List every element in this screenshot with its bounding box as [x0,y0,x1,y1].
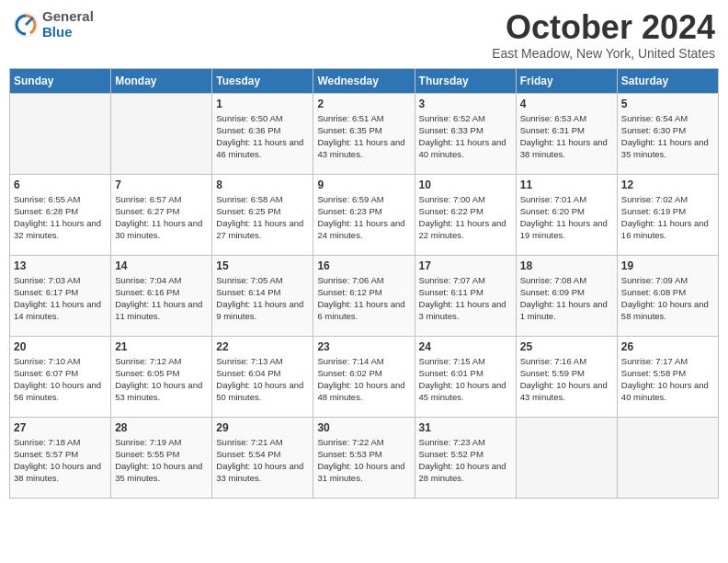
day-info: Sunrise: 7:17 AM Sunset: 5:58 PM Dayligh… [621,355,714,404]
day-number: 11 [520,178,613,191]
calendar-cell: 27Sunrise: 7:18 AM Sunset: 5:57 PM Dayli… [10,417,111,498]
day-number: 4 [520,98,613,110]
page-header: General Blue October 2024 East Meadow, N… [9,9,719,61]
weekday-header-wednesday: Wednesday [313,68,415,93]
day-info: Sunrise: 7:16 AM Sunset: 5:59 PM Dayligh… [520,355,613,404]
calendar-cell: 5Sunrise: 6:54 AM Sunset: 6:30 PM Daylig… [617,93,718,174]
calendar-cell: 22Sunrise: 7:13 AM Sunset: 6:04 PM Dayli… [212,336,313,417]
day-number: 31 [419,421,512,434]
calendar-cell [111,93,212,174]
day-number: 23 [317,340,410,353]
calendar-cell: 21Sunrise: 7:12 AM Sunset: 6:05 PM Dayli… [111,336,212,417]
day-number: 17 [419,259,512,272]
day-info: Sunrise: 7:12 AM Sunset: 6:05 PM Dayligh… [115,355,208,404]
weekday-header-thursday: Thursday [415,68,516,93]
weekday-header-saturday: Saturday [617,68,718,93]
day-number: 30 [317,421,410,434]
day-number: 5 [621,98,714,110]
day-number: 26 [621,340,714,353]
day-number: 14 [115,259,208,272]
day-number: 7 [115,178,208,191]
calendar-cell: 1Sunrise: 6:50 AM Sunset: 6:36 PM Daylig… [212,93,313,174]
day-number: 9 [317,178,410,191]
day-info: Sunrise: 7:18 AM Sunset: 5:57 PM Dayligh… [14,436,107,485]
calendar-cell: 8Sunrise: 6:58 AM Sunset: 6:25 PM Daylig… [212,174,313,255]
title-block: October 2024 East Meadow, New York, Unit… [492,9,715,61]
day-info: Sunrise: 7:15 AM Sunset: 6:01 PM Dayligh… [419,355,512,404]
day-number: 28 [115,421,208,434]
day-number: 8 [216,178,309,191]
calendar-cell: 4Sunrise: 6:53 AM Sunset: 6:31 PM Daylig… [516,93,617,174]
weekday-header-sunday: Sunday [10,68,111,93]
calendar-cell: 11Sunrise: 7:01 AM Sunset: 6:20 PM Dayli… [516,174,617,255]
calendar-cell: 15Sunrise: 7:05 AM Sunset: 6:14 PM Dayli… [212,255,313,336]
weekday-header-friday: Friday [516,68,617,93]
week-row-5: 27Sunrise: 7:18 AM Sunset: 5:57 PM Dayli… [10,417,719,498]
month-title: October 2024 [492,9,715,46]
weekday-header-tuesday: Tuesday [212,68,313,93]
day-number: 12 [621,178,714,191]
week-row-4: 20Sunrise: 7:10 AM Sunset: 6:07 PM Dayli… [10,336,719,417]
day-number: 22 [216,340,309,353]
day-info: Sunrise: 7:00 AM Sunset: 6:22 PM Dayligh… [419,193,512,242]
logo-text: General Blue [42,9,94,40]
day-number: 18 [520,259,613,272]
day-info: Sunrise: 7:01 AM Sunset: 6:20 PM Dayligh… [520,193,613,242]
day-number: 15 [216,259,309,272]
calendar-cell: 20Sunrise: 7:10 AM Sunset: 6:07 PM Dayli… [10,336,111,417]
calendar-cell: 19Sunrise: 7:09 AM Sunset: 6:08 PM Dayli… [617,255,718,336]
day-info: Sunrise: 6:54 AM Sunset: 6:30 PM Dayligh… [621,112,714,161]
day-number: 3 [419,98,512,110]
calendar-cell: 29Sunrise: 7:21 AM Sunset: 5:54 PM Dayli… [212,417,313,498]
day-info: Sunrise: 6:57 AM Sunset: 6:27 PM Dayligh… [115,193,208,242]
weekday-header-monday: Monday [111,68,212,93]
calendar-cell: 9Sunrise: 6:59 AM Sunset: 6:23 PM Daylig… [313,174,415,255]
day-number: 24 [419,340,512,353]
day-number: 1 [216,98,309,110]
day-info: Sunrise: 7:05 AM Sunset: 6:14 PM Dayligh… [216,274,309,323]
day-info: Sunrise: 6:50 AM Sunset: 6:36 PM Dayligh… [216,112,309,161]
day-info: Sunrise: 7:21 AM Sunset: 5:54 PM Dayligh… [216,436,309,485]
calendar-cell: 31Sunrise: 7:23 AM Sunset: 5:52 PM Dayli… [415,417,516,498]
location: East Meadow, New York, United States [492,46,715,61]
day-number: 20 [14,340,107,353]
day-info: Sunrise: 6:53 AM Sunset: 6:31 PM Dayligh… [520,112,613,161]
day-info: Sunrise: 6:55 AM Sunset: 6:28 PM Dayligh… [14,193,107,242]
day-number: 10 [419,178,512,191]
calendar-cell: 18Sunrise: 7:08 AM Sunset: 6:09 PM Dayli… [516,255,617,336]
calendar-cell: 2Sunrise: 6:51 AM Sunset: 6:35 PM Daylig… [313,93,415,174]
day-info: Sunrise: 7:08 AM Sunset: 6:09 PM Dayligh… [520,274,613,323]
day-info: Sunrise: 7:10 AM Sunset: 6:07 PM Dayligh… [14,355,107,404]
calendar-cell: 25Sunrise: 7:16 AM Sunset: 5:59 PM Dayli… [516,336,617,417]
day-info: Sunrise: 7:09 AM Sunset: 6:08 PM Dayligh… [621,274,714,323]
logo-general: General [42,9,94,25]
day-number: 25 [520,340,613,353]
day-number: 27 [14,421,107,434]
week-row-2: 6Sunrise: 6:55 AM Sunset: 6:28 PM Daylig… [10,174,719,255]
logo-blue: Blue [42,25,94,40]
day-info: Sunrise: 7:06 AM Sunset: 6:12 PM Dayligh… [317,274,410,323]
day-info: Sunrise: 7:14 AM Sunset: 6:02 PM Dayligh… [317,355,410,404]
day-info: Sunrise: 7:03 AM Sunset: 6:17 PM Dayligh… [14,274,107,323]
day-info: Sunrise: 7:07 AM Sunset: 6:11 PM Dayligh… [419,274,512,323]
day-info: Sunrise: 7:23 AM Sunset: 5:52 PM Dayligh… [419,436,512,485]
weekday-header-row: SundayMondayTuesdayWednesdayThursdayFrid… [10,68,719,93]
logo: General Blue [13,9,94,40]
calendar-cell: 16Sunrise: 7:06 AM Sunset: 6:12 PM Dayli… [313,255,415,336]
calendar-cell: 23Sunrise: 7:14 AM Sunset: 6:02 PM Dayli… [313,336,415,417]
week-row-1: 1Sunrise: 6:50 AM Sunset: 6:36 PM Daylig… [10,93,719,174]
day-number: 21 [115,340,208,353]
calendar-cell: 17Sunrise: 7:07 AM Sunset: 6:11 PM Dayli… [415,255,516,336]
day-number: 13 [14,259,107,272]
calendar-cell: 28Sunrise: 7:19 AM Sunset: 5:55 PM Dayli… [111,417,212,498]
calendar-cell [516,417,617,498]
calendar-cell: 30Sunrise: 7:22 AM Sunset: 5:53 PM Dayli… [313,417,415,498]
day-info: Sunrise: 7:22 AM Sunset: 5:53 PM Dayligh… [317,436,410,485]
calendar-cell: 12Sunrise: 7:02 AM Sunset: 6:19 PM Dayli… [617,174,718,255]
logo-icon [13,12,39,38]
day-number: 2 [317,98,410,110]
day-info: Sunrise: 7:19 AM Sunset: 5:55 PM Dayligh… [115,436,208,485]
calendar-cell [10,93,111,174]
calendar-table: SundayMondayTuesdayWednesdayThursdayFrid… [9,68,719,499]
day-info: Sunrise: 6:51 AM Sunset: 6:35 PM Dayligh… [317,112,410,161]
